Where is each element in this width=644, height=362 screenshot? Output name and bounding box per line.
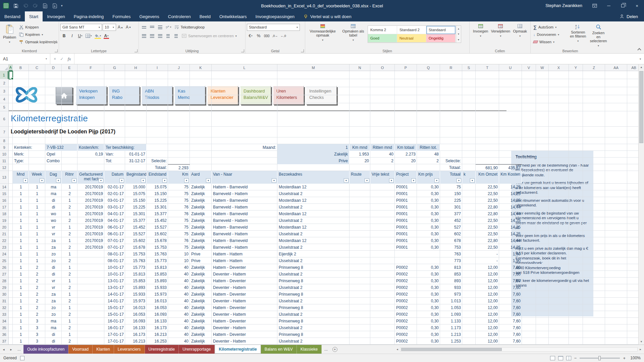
filter-dropdown-icon-N[interactable]: ▼ [365,178,369,183]
row-header-8[interactable]: 8 [0,137,8,144]
insert-cells-button[interactable]: Invoegen ▾ [471,23,490,47]
cell-K14[interactable]: Zakelijk [190,184,212,190]
italic-button[interactable]: I [68,33,76,40]
cell-J28[interactable]: 40 [168,278,190,284]
cell-M34[interactable]: Prinsenweg 8 [277,318,350,324]
cell-G19[interactable]: 04-01-17 [104,217,125,224]
cell-B10[interactable]: Merk: [13,151,45,158]
cell-Q32[interactable]: 0,30 [417,304,440,311]
cell-K25[interactable]: Prive [190,257,212,264]
cell-T21[interactable]: 22,50 [476,231,499,237]
cell-F20[interactable]: 20170019 [77,224,104,231]
formula-input[interactable] [74,54,637,64]
cancel-entry-icon[interactable]: × [54,57,56,61]
filter-dropdown-icon-R[interactable]: ▼ [457,178,461,183]
table-header-km-omzet[interactable]: Km Omzet [476,171,499,184]
share-button[interactable]: Delen [613,11,644,21]
cell-Q37[interactable]: 0,30 [417,338,440,345]
cell-L23[interactable]: Barneveld - Hattem [212,244,277,251]
cell-T14[interactable]: 22,50 [476,184,499,190]
cell-L24[interactable]: Hattem - Hattem [212,251,277,257]
cell-K29[interactable]: Zakelijk [190,284,212,291]
cell-I23[interactable]: 15.753 [147,244,168,251]
cell-R29[interactable]: 933 [440,284,462,291]
table-header-bezoekadres[interactable]: Bezoekadres▼ [277,171,350,184]
cell-J16[interactable]: 75 [168,197,190,204]
vertical-scrollbar[interactable]: ▲ ▼ [638,64,644,345]
cell-L22[interactable]: Hattem - Barneveld [212,237,277,244]
nav-button-uren[interactable]: UrenKilometers [273,86,304,105]
row-header-36[interactable]: 36 [0,331,8,338]
cell-Q30[interactable]: 0,30 [417,291,440,298]
filter-dropdown-icon-K[interactable]: ▼ [206,178,211,183]
cell-J23[interactable]: 75 [168,244,190,251]
cell-P32[interactable]: P0002 [395,304,417,311]
cell-F14[interactable]: 20170019 [77,184,104,190]
column-header-G[interactable]: G [104,64,125,71]
paste-button[interactable]: Plakken ▾ [1,23,18,47]
cell-R16[interactable]: 225 [440,197,462,204]
sheet-tab-urenregistratie[interactable]: Urenregistratie [145,345,179,354]
row-header-3[interactable]: 3 [0,87,8,95]
cell-M22[interactable]: Mosterdlaan 12 [277,237,350,244]
cell-G24[interactable]: 08-01-17 [104,251,125,257]
cell-U33[interactable]: 7,60 [499,311,522,318]
cell-B26[interactable]: 1 [13,264,29,271]
nav-button-kas[interactable]: KasMemo [174,86,205,105]
cell-E15[interactable]: 2 [62,190,77,197]
cell-Q16[interactable]: 0,30 [417,197,440,204]
cell-R18[interactable]: 377 [440,210,462,217]
cell-L25[interactable]: Hattem - Hattem [212,257,277,264]
cell-U22[interactable]: 14,44 [499,237,522,244]
cell-R36[interactable]: 1.213 [440,331,462,338]
cell-U26[interactable]: 7,60 [499,264,522,271]
format-as-table-button[interactable]: Opmaken als tabel ▾ [339,23,368,47]
cell-Q11[interactable]: 2 [417,158,440,164]
cell-I28[interactable]: 15.893 [147,278,168,284]
filter-dropdown-icon-C[interactable]: ▼ [40,178,44,183]
increase-indent-icon[interactable] [172,33,180,40]
cell-I25[interactable]: 15.773 [147,257,168,264]
qat-doc-icon-2[interactable] [51,2,58,9]
cell-R27[interactable]: 853 [440,271,462,278]
row-header-37[interactable]: 37 [0,338,8,345]
cell-L16[interactable]: Hattem - Barneveld [212,197,277,204]
cell-P37[interactable]: P0002 [395,338,417,345]
table-header-gefactureerd-met-factuu[interactable]: Gefactureerdmet factuu▼ [77,171,104,184]
cell-Q31[interactable]: 0,30 [417,298,440,304]
cell-D10[interactable]: Opel [45,151,77,158]
cell-M26[interactable]: Prinsenweg 8 [277,264,350,271]
cell-P22[interactable]: P0001 [395,237,417,244]
cell-L9[interactable]: Maand: [212,144,277,151]
cell-D18[interactable]: wo [45,210,62,217]
cell-T33[interactable]: 12,00 [476,311,499,318]
row-header-15[interactable]: 15 [0,190,8,197]
cell-U17[interactable]: 14,44 [499,204,522,210]
cell-L15[interactable]: Barneveld - Hattem [212,190,277,197]
row-header-9[interactable]: 9 [0,144,8,151]
cell-D24[interactable]: zo [45,251,62,257]
cell-C16[interactable]: 1 [29,197,45,204]
cell-J19[interactable]: 75 [168,217,190,224]
cell-I21[interactable]: 15.602 [147,231,168,237]
table-header-datum[interactable]: Datum▼ [104,171,125,184]
cell-Q33[interactable]: 0,30 [417,311,440,318]
cell-U23[interactable]: 14,25 [499,244,522,251]
cell-H18[interactable]: 15.301 [125,210,147,217]
cell-R23[interactable]: 753 [440,244,462,251]
cell-R25[interactable]: 773 [440,257,462,264]
comma-format-button[interactable]: 000 [263,33,271,40]
cell-K31[interactable]: Zakelijk [190,298,212,304]
cell-F17[interactable]: 20170019 [77,204,104,210]
cell-M27[interactable]: IJsselstraat 2 [277,271,350,278]
cell-B35[interactable]: 1 [13,324,29,331]
row-header-33[interactable]: 33 [0,311,8,318]
cell-G34[interactable]: 16-01-17 [104,318,125,324]
cell-H14[interactable]: 15.000 [125,184,147,190]
cell-G26[interactable]: 10-01-17 [104,264,125,271]
cell-G25[interactable]: 08-01-17 [104,257,125,264]
cell-G31[interactable]: 14-01-17 [104,298,125,304]
cell-K26[interactable]: Zakelijk [190,264,212,271]
cell-J20[interactable]: 75 [168,224,190,231]
font-name-select[interactable]: Gill Sans MT▾ [60,24,102,31]
